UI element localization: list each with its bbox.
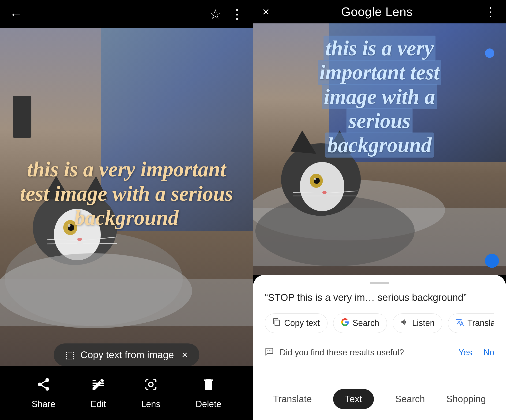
text-highlight-5: background: [325, 132, 433, 158]
left-image-area: this is a very important test image with…: [0, 28, 253, 366]
right-bottom-nav: Translate Text Search Shopping: [253, 378, 506, 420]
right-panel: × Google Lens ⋮: [253, 0, 506, 420]
svg-point-8: [77, 238, 82, 241]
edit-label: Edit: [91, 399, 106, 409]
feedback-text: Did you find these results useful?: [280, 348, 453, 357]
left-bottom-bar: Share Edit: [0, 366, 253, 420]
right-more-button[interactable]: ⋮: [485, 5, 497, 19]
nav-shopping-label: Shopping: [446, 394, 486, 404]
sheet-actions: Copy text Search: [265, 314, 494, 333]
svg-rect-14: [0, 279, 253, 326]
translate-btn-label: Transla…: [467, 318, 494, 328]
image-text-left: this is a very important test image with…: [13, 157, 240, 230]
edit-icon: [91, 377, 106, 395]
svg-point-22: [300, 162, 344, 211]
bottom-sheet: “STOP this is a very im… serious backgro…: [253, 275, 506, 378]
blue-handle-bottom[interactable]: [485, 254, 499, 268]
svg-point-25: [314, 178, 316, 180]
back-button[interactable]: ←: [9, 7, 22, 22]
feedback-no-button[interactable]: No: [484, 348, 494, 357]
text-highlight-3: image with a: [322, 84, 437, 109]
left-top-bar: ← ☆ ⋮: [0, 0, 253, 28]
translate-button[interactable]: Transla…: [448, 314, 494, 333]
copy-text-label: Copy text from image: [80, 349, 174, 361]
listen-icon: [400, 318, 409, 328]
copy-text-btn-label: Copy text: [284, 318, 320, 328]
copy-text-icon: ⬚: [65, 349, 75, 361]
delete-action[interactable]: Delete: [196, 377, 221, 409]
nav-search-label: Search: [395, 394, 425, 404]
share-label: Share: [32, 399, 55, 409]
feedback-yes-button[interactable]: Yes: [459, 348, 472, 357]
detected-text-quote: “STOP this is a very im… serious backgro…: [265, 291, 494, 304]
search-btn-label: Search: [353, 318, 379, 328]
listen-btn-label: Listen: [412, 318, 434, 328]
text-highlight-2: important test: [318, 60, 442, 85]
star-button[interactable]: ☆: [209, 7, 221, 22]
more-button[interactable]: ⋮: [231, 7, 244, 22]
share-action[interactable]: Share: [32, 377, 55, 409]
copy-text-bar[interactable]: ⬚ Copy text from image ×: [54, 343, 199, 366]
delete-icon: [201, 377, 216, 395]
copy-icon: [273, 318, 281, 328]
nav-shopping[interactable]: Shopping: [446, 394, 486, 404]
left-panel: ← ☆ ⋮: [0, 0, 253, 420]
google-lens-title: Google Lens: [341, 5, 413, 19]
nav-text-label: Text: [345, 394, 362, 404]
right-top-bar: × Google Lens ⋮: [253, 0, 506, 23]
text-highlight-1: this is a very: [324, 36, 435, 61]
feedback-icon: [265, 347, 274, 358]
nav-translate-label: Translate: [273, 394, 312, 404]
sheet-handle: [370, 282, 389, 284]
svg-point-26: [322, 191, 326, 194]
nav-search[interactable]: Search: [395, 394, 425, 404]
right-icons: ☆ ⋮: [209, 7, 244, 22]
listen-button[interactable]: Listen: [393, 314, 442, 333]
image-text-right: this is a very important test image with…: [259, 36, 500, 157]
svg-line-10: [47, 243, 77, 244]
share-icon: [36, 377, 51, 395]
feedback-row: Did you find these results useful? Yes N…: [265, 342, 494, 363]
nav-translate[interactable]: Translate: [273, 394, 312, 404]
copy-text-button[interactable]: Copy text: [265, 314, 327, 333]
translate-icon: [456, 318, 464, 328]
lens-icon: [143, 377, 158, 395]
nav-text[interactable]: Text: [333, 389, 374, 409]
close-button[interactable]: ×: [262, 5, 269, 19]
copy-text-close[interactable]: ×: [182, 349, 188, 361]
edit-action[interactable]: Edit: [91, 377, 106, 409]
lens-label: Lens: [141, 399, 160, 409]
search-button[interactable]: Search: [333, 314, 387, 333]
text-highlight-4: serious: [346, 108, 412, 133]
delete-label: Delete: [196, 399, 221, 409]
svg-point-15: [148, 382, 153, 387]
right-image-area: this is a very important test image with…: [253, 23, 506, 275]
lens-action[interactable]: Lens: [141, 377, 160, 409]
google-g-icon: [341, 318, 349, 328]
